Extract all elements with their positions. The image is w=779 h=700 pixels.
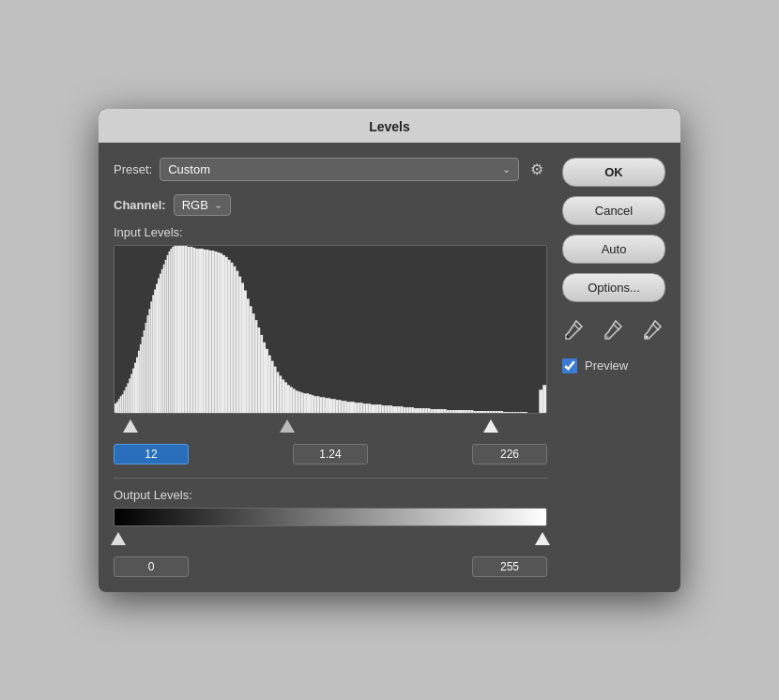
svg-line-171 <box>653 325 659 330</box>
preset-dropdown[interactable]: Custom ⌄ <box>160 158 519 181</box>
svg-rect-59 <box>241 282 244 412</box>
output-slider-track <box>114 532 547 553</box>
svg-rect-81 <box>300 392 303 413</box>
svg-rect-43 <box>198 248 201 412</box>
svg-rect-2 <box>116 402 118 413</box>
svg-rect-44 <box>201 248 204 412</box>
svg-rect-66 <box>260 334 263 412</box>
ok-button[interactable]: OK <box>562 158 665 187</box>
svg-rect-63 <box>252 313 255 413</box>
svg-rect-124 <box>417 408 420 413</box>
midtone-handle[interactable] <box>280 419 295 433</box>
svg-rect-14 <box>138 350 140 412</box>
gray-eyedropper-button[interactable] <box>599 315 629 345</box>
channel-dropdown[interactable]: RGB ⌄ <box>174 194 231 216</box>
gray-eyedropper-icon <box>603 319 625 342</box>
svg-rect-116 <box>395 406 398 413</box>
svg-rect-106 <box>368 403 371 413</box>
svg-rect-49 <box>214 251 217 412</box>
svg-rect-37 <box>182 246 185 413</box>
svg-rect-160 <box>514 412 517 413</box>
svg-rect-46 <box>206 249 209 412</box>
output-levels-label: Output Levels: <box>114 488 547 502</box>
shadow-input[interactable] <box>114 444 189 464</box>
svg-rect-30 <box>167 254 169 412</box>
svg-rect-157 <box>506 412 509 413</box>
svg-rect-121 <box>408 407 411 413</box>
svg-rect-32 <box>170 248 172 412</box>
svg-rect-28 <box>163 264 165 412</box>
svg-rect-163 <box>522 412 525 413</box>
svg-rect-90 <box>325 398 328 413</box>
cancel-button[interactable]: Cancel <box>562 196 665 225</box>
options-button[interactable]: Options... <box>562 273 665 302</box>
svg-rect-51 <box>220 252 222 412</box>
svg-rect-62 <box>250 306 252 413</box>
shadow-handle[interactable] <box>123 419 138 433</box>
svg-rect-98 <box>346 402 349 413</box>
svg-rect-1 <box>115 403 116 413</box>
svg-rect-147 <box>479 411 481 413</box>
svg-rect-33 <box>172 246 174 412</box>
svg-rect-114 <box>390 405 392 413</box>
svg-rect-126 <box>422 408 425 413</box>
svg-rect-12 <box>134 362 136 412</box>
svg-rect-48 <box>212 250 215 412</box>
svg-rect-152 <box>493 411 496 413</box>
white-eyedropper-button[interactable] <box>638 315 668 345</box>
svg-rect-128 <box>428 408 431 413</box>
input-levels-label: Input Levels: <box>114 225 547 239</box>
svg-rect-58 <box>238 276 241 412</box>
svg-rect-97 <box>344 401 346 413</box>
svg-rect-153 <box>495 411 497 413</box>
svg-rect-122 <box>411 407 414 413</box>
svg-rect-84 <box>309 394 312 413</box>
svg-rect-15 <box>140 343 142 412</box>
output-highlight-handle[interactable] <box>535 532 550 545</box>
svg-rect-75 <box>284 382 287 413</box>
svg-rect-111 <box>382 405 385 413</box>
highlight-input[interactable] <box>472 444 547 464</box>
svg-rect-107 <box>371 404 374 413</box>
svg-rect-8 <box>127 383 129 413</box>
svg-rect-85 <box>312 395 314 413</box>
svg-line-167 <box>574 325 580 330</box>
svg-rect-86 <box>314 396 317 413</box>
svg-rect-82 <box>303 393 306 413</box>
svg-rect-101 <box>355 403 358 413</box>
auto-button[interactable]: Auto <box>562 235 665 264</box>
white-eyedropper-icon <box>642 319 664 342</box>
svg-rect-4 <box>120 396 122 413</box>
svg-line-169 <box>614 325 619 330</box>
svg-rect-134 <box>444 409 447 413</box>
svg-rect-36 <box>179 246 182 413</box>
output-shadow-handle[interactable] <box>111 532 126 545</box>
svg-rect-139 <box>457 410 460 413</box>
svg-rect-3 <box>118 399 120 413</box>
gear-button[interactable]: ⚙ <box>527 159 547 180</box>
svg-rect-16 <box>142 336 144 412</box>
midtone-input[interactable] <box>293 444 368 464</box>
output-highlight-input[interactable] <box>472 556 547 577</box>
black-eyedropper-button[interactable] <box>559 315 589 345</box>
eyedroppers-row <box>562 315 665 345</box>
svg-rect-88 <box>320 397 323 413</box>
output-shadow-input[interactable] <box>114 556 189 577</box>
svg-rect-103 <box>360 403 363 413</box>
svg-rect-109 <box>376 404 379 413</box>
svg-rect-78 <box>293 388 296 413</box>
svg-rect-94 <box>336 400 339 413</box>
svg-rect-132 <box>438 409 441 413</box>
svg-rect-54 <box>228 259 231 412</box>
svg-rect-93 <box>333 399 336 413</box>
svg-rect-6 <box>124 390 126 413</box>
svg-rect-118 <box>401 406 404 413</box>
svg-rect-142 <box>466 410 468 413</box>
svg-rect-113 <box>387 405 390 413</box>
svg-rect-141 <box>463 410 466 413</box>
preview-checkbox[interactable] <box>562 358 577 373</box>
svg-point-172 <box>646 335 649 338</box>
svg-rect-104 <box>363 403 366 413</box>
svg-rect-67 <box>263 342 266 412</box>
highlight-handle[interactable] <box>483 419 498 433</box>
